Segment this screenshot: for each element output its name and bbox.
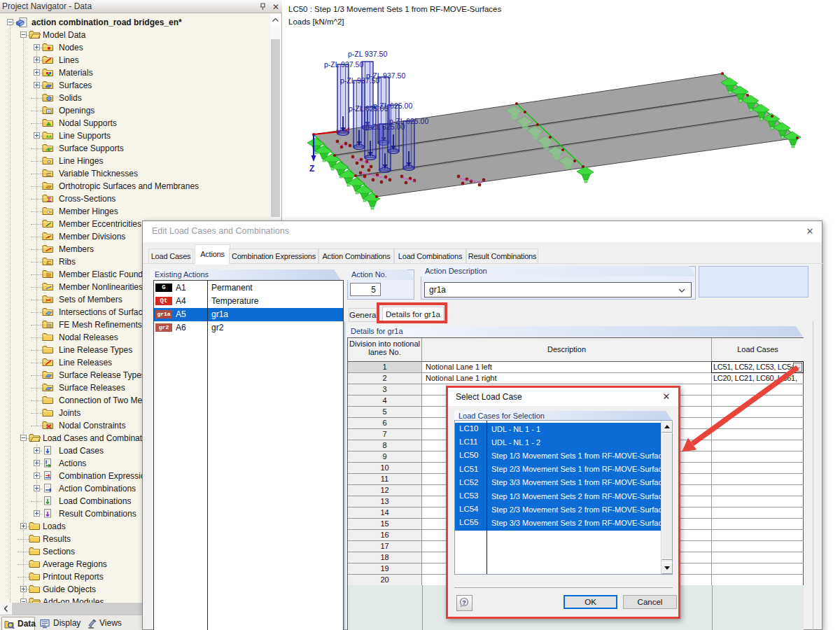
svg-text:p-ZL 625.00: p-ZL 625.00: [389, 117, 428, 125]
svg-text:Z: Z: [309, 164, 314, 174]
svg-text:p-ZL 625.00: p-ZL 625.00: [373, 102, 412, 110]
svg-text:p-ZL 937.50: p-ZL 937.50: [324, 60, 363, 69]
svg-text:p-ZL 937.50: p-ZL 937.50: [366, 71, 405, 80]
svg-text:p-ZL 937.50: p-ZL 937.50: [348, 50, 387, 58]
svg-text:?: ?: [462, 599, 466, 606]
